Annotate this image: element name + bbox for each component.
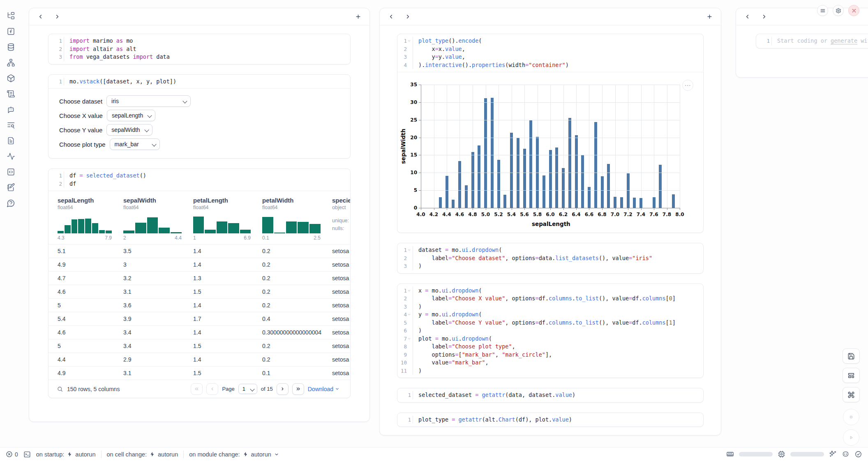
column-name[interactable]: sepalLength (58, 197, 123, 204)
page-select[interactable]: 1 (238, 384, 257, 394)
column-right-icon[interactable] (54, 14, 60, 20)
bar-mark (639, 198, 642, 208)
code-editor[interactable]: 1mo.vstack([dataset, x, y, plot]) (48, 75, 350, 89)
histogram-bar (228, 223, 239, 233)
table-header-row: sepalLengthfloat644.37.9sepalWidthfloat6… (48, 191, 350, 244)
prev-page-icon[interactable] (206, 383, 218, 395)
ai-sparkles-icon[interactable] (829, 450, 837, 458)
column-left-icon[interactable] (388, 14, 394, 20)
dropdown-row: Choose plot typemark_bar (59, 138, 350, 150)
fold-chevron-icon[interactable] (407, 337, 411, 341)
column-meta: unique:nulls: (332, 217, 350, 233)
bar-mark (653, 197, 656, 208)
scratchpad-icon[interactable] (5, 182, 17, 192)
column-name[interactable]: petalLength (193, 197, 262, 204)
bar-mark (568, 118, 571, 208)
table-cell: 0.4 (262, 316, 332, 322)
file-explorer-icon[interactable] (5, 11, 17, 21)
dependency-graph-icon[interactable] (5, 58, 17, 67)
error-count-chip[interactable]: 0 (6, 451, 18, 458)
dropdown-select-3[interactable]: mark_bar (110, 138, 160, 150)
column-right-icon[interactable] (405, 14, 411, 20)
column-name[interactable]: species (332, 197, 350, 204)
fold-chevron-icon (407, 297, 411, 301)
packages-icon[interactable] (5, 73, 17, 83)
menu-icon[interactable] (817, 5, 828, 16)
copilot-icon[interactable] (842, 450, 850, 458)
add-cell-icon[interactable] (706, 14, 713, 20)
column-left-icon[interactable] (744, 14, 750, 20)
connection-status-icon[interactable] (854, 450, 862, 458)
gridline (563, 208, 564, 210)
snippets-icon[interactable] (5, 167, 17, 177)
table-cell: 1.4 (193, 302, 262, 309)
fold-chevron-icon[interactable] (407, 39, 411, 43)
save-icon[interactable] (843, 348, 860, 364)
last-page-icon[interactable] (292, 383, 304, 395)
code-editor[interactable]: 1plot_type = getattr(alt.Chart(df), plot… (397, 413, 703, 427)
gridline (641, 85, 642, 208)
column-right-icon[interactable] (761, 14, 767, 20)
code-editor[interactable]: 1 Start coding or generate with (756, 34, 868, 48)
ai-chat-icon[interactable] (5, 104, 17, 114)
runtime-config-2[interactable]: on cell change:autorun (107, 451, 178, 458)
logs-icon[interactable] (5, 89, 17, 99)
variable-search-icon[interactable] (5, 120, 17, 130)
next-page-icon[interactable] (277, 383, 289, 395)
code-editor[interactable]: 1selected_dataset = getattr(data, datase… (397, 388, 703, 402)
dropdown-select-2[interactable]: sepalWidth (106, 124, 152, 136)
altair-chart[interactable]: 4.04.24.44.64.85.05.25.45.65.86.06.26.46… (397, 72, 703, 233)
functions-icon[interactable] (5, 26, 17, 36)
column-1-cells: 1import marimo as mo2import altair as al… (29, 25, 369, 398)
code-editor[interactable]: 1import marimo as mo2import altair as al… (48, 34, 350, 64)
dropdown-select-1[interactable]: sepalLength (107, 110, 155, 121)
dropdown-label: Choose plot type (59, 141, 106, 148)
generate-with-ai-link[interactable]: generate (831, 37, 857, 44)
terminal-icon[interactable] (23, 451, 31, 458)
table-cell: setosa (332, 356, 350, 363)
dropdown-select-0[interactable]: iris (106, 95, 191, 107)
add-cell-icon[interactable] (355, 14, 361, 20)
run-all-icon[interactable] (843, 429, 859, 446)
x-tick-label: 4.2 (428, 212, 440, 217)
command-palette-icon[interactable] (843, 387, 860, 402)
x-tick-label: 7.0 (609, 212, 621, 217)
help-icon[interactable] (5, 198, 17, 208)
datasources-icon[interactable] (5, 42, 17, 52)
runtime-config-1[interactable]: on startup:autorun (36, 451, 96, 458)
column-type: float64 (123, 205, 193, 210)
dropdown-label: Choose X value (59, 112, 103, 119)
column-name[interactable]: sepalWidth (123, 197, 193, 204)
settings-gear-icon[interactable] (833, 5, 844, 16)
column-left-icon[interactable] (37, 14, 44, 20)
tracing-icon[interactable] (5, 151, 17, 161)
runtime-config-3[interactable]: on module change:autorun (189, 451, 279, 458)
x-tick-label: 5.6 (518, 212, 531, 217)
shutdown-close-icon[interactable] (848, 5, 859, 16)
gridline (641, 208, 642, 210)
code-editor[interactable]: 1plot_type().encode(2 x=x.value,3 y=y.va… (397, 34, 703, 72)
code-editor[interactable]: 1dataset = mo.ui.dropdown(2 label="Choos… (397, 243, 703, 273)
first-page-icon[interactable] (191, 383, 203, 395)
search-icon[interactable] (57, 386, 63, 392)
download-button[interactable]: Download (308, 386, 339, 392)
fold-chevron-icon[interactable] (407, 248, 411, 252)
table-cell: 4.7 (58, 275, 123, 281)
table-cell: 4.4 (58, 356, 123, 363)
fold-chevron-icon[interactable] (407, 288, 411, 293)
column-name[interactable]: petalWidth (262, 197, 332, 204)
stop-all-icon[interactable] (843, 409, 859, 425)
fold-chevron-icon (407, 329, 411, 333)
code-editor[interactable]: 1df = selected_dataset()2df (48, 169, 350, 191)
documentation-icon[interactable] (5, 136, 17, 145)
fold-chevron-icon[interactable] (407, 313, 411, 317)
bar-mark (484, 98, 487, 208)
code-editor[interactable]: 1x = mo.ui.dropdown(2 label="Choose X va… (397, 284, 703, 378)
code-text: x = mo.ui.dropdown( (413, 287, 482, 295)
layout-grid-icon[interactable] (843, 368, 860, 383)
gridline (419, 102, 421, 103)
histogram-bar (147, 217, 158, 233)
gridline (473, 208, 473, 210)
histogram-bar (78, 219, 84, 233)
chart-options-icon[interactable]: ⋯ (682, 80, 693, 91)
